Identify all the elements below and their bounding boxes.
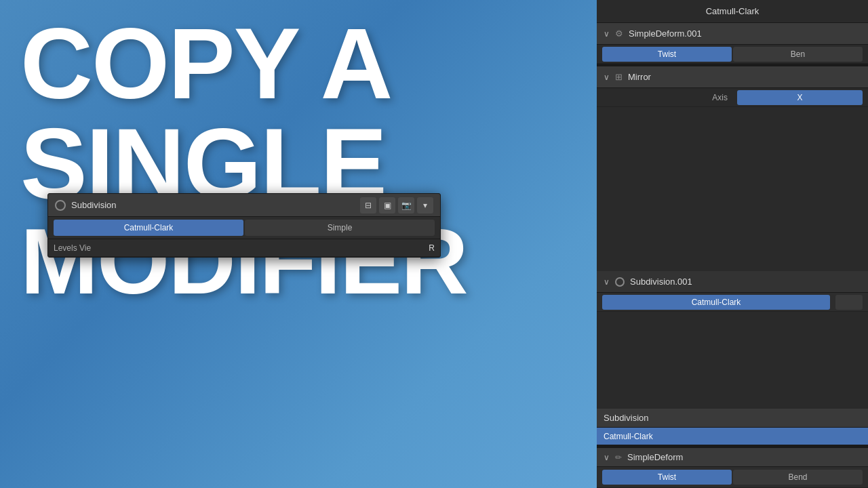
twist-button[interactable]: Twist	[602, 47, 732, 62]
simple-deform-bottom-icon: ✏	[615, 453, 622, 462]
bottom-catmull-row[interactable]: Catmull-Clark	[597, 428, 868, 445]
header-icons-group: ⊟ ▣ 📷 ▾	[360, 197, 433, 214]
simple-tab[interactable]: Simple	[245, 220, 435, 236]
mirror-header[interactable]: ∨ ⊞ Mirror	[597, 66, 868, 88]
levels-viewport-row: Levels Vie R	[48, 239, 440, 257]
dropdown-icon[interactable]: ▾	[417, 197, 433, 214]
title-line-1: COPY A	[20, 14, 468, 114]
simple-deform-header[interactable]: ∨ ⚙ SimpleDeform.001	[597, 23, 868, 45]
subdivision-tabs: Catmull-Clark Simple	[48, 217, 440, 239]
bottom-simple-deform-label: SimpleDeform	[627, 452, 683, 462]
levels-view-value: R	[429, 243, 435, 253]
catmull-clark-tab[interactable]: Catmull-Clark	[54, 220, 243, 236]
mirror-expand-icon: ∨	[604, 73, 610, 82]
subdiv-001-expand: ∨	[604, 277, 610, 287]
levels-view-label: Levels Vie	[54, 243, 429, 253]
mirror-icon: ⊞	[615, 72, 623, 82]
catmull-clark-label: Catmull-Clark	[706, 6, 760, 16]
subdivision-circle-icon	[55, 200, 66, 211]
bottom-catmull-label: Catmull-Clark	[604, 432, 653, 441]
subdiv-001-circle-icon	[615, 277, 625, 287]
subdivision-001-header[interactable]: ∨ Subdivision.001	[597, 271, 868, 293]
bottom-panels-area: Subdivision Catmull-Clark ∨ ✏ SimpleDefo…	[597, 409, 868, 488]
subdivision-header[interactable]: Subdivision ⊟ ▣ 📷 ▾	[48, 194, 440, 217]
axis-row: Axis X	[597, 88, 868, 107]
twist-bend-buttons: Twist Ben	[602, 47, 863, 62]
subdivision-title: Subdivision	[71, 200, 117, 210]
twist-bend-row: Twist Ben	[597, 45, 868, 64]
subdivision-001-catmull-row: Catmull-Clark	[597, 293, 868, 312]
subdivision-floating-panel: Subdivision ⊟ ▣ 📷 ▾ Catmull-Clark Simple…	[47, 193, 441, 258]
grid-icon[interactable]: ⊟	[360, 197, 376, 214]
bend-button[interactable]: Ben	[733, 47, 863, 62]
bottom-simple-deform-header[interactable]: ∨ ✏ SimpleDeform	[597, 448, 868, 467]
bottom-twist-btn[interactable]: Twist	[602, 470, 732, 485]
subdivision-001-panel: ∨ Subdivision.001 Catmull-Clark	[597, 271, 868, 312]
expand-icon: ∨	[604, 29, 610, 39]
title-area: COPY A SINGLE MODIFIER	[20, 14, 468, 308]
bottom-subdivision-header[interactable]: Subdivision	[597, 409, 868, 428]
top-blender-panel: Catmull-Clark ∨ ⚙ SimpleDeform.001 Twist…	[597, 0, 868, 107]
mirror-name: Mirror	[628, 72, 651, 82]
monitor-icon[interactable]: ▣	[379, 197, 395, 214]
subdivision-001-catmull-btn[interactable]: Catmull-Clark	[602, 295, 830, 310]
subdivision-001-extra-btn[interactable]	[835, 295, 863, 310]
bottom-subdivision-label: Subdivision	[604, 413, 649, 423]
x-axis-button[interactable]: X	[737, 90, 863, 105]
catmull-clark-row: Catmull-Clark	[597, 0, 868, 23]
subdivision-001-name: Subdivision.001	[630, 277, 692, 287]
camera-icon[interactable]: 📷	[398, 197, 414, 214]
simple-deform-bottom-expand: ∨	[604, 453, 610, 462]
bottom-bend-btn[interactable]: Bend	[733, 470, 863, 485]
simple-deform-name: SimpleDeform.001	[629, 28, 702, 39]
axis-label: Axis	[602, 93, 728, 102]
bottom-twist-bend-row: Twist Bend	[597, 467, 868, 488]
wrench-icon: ⚙	[615, 28, 623, 39]
